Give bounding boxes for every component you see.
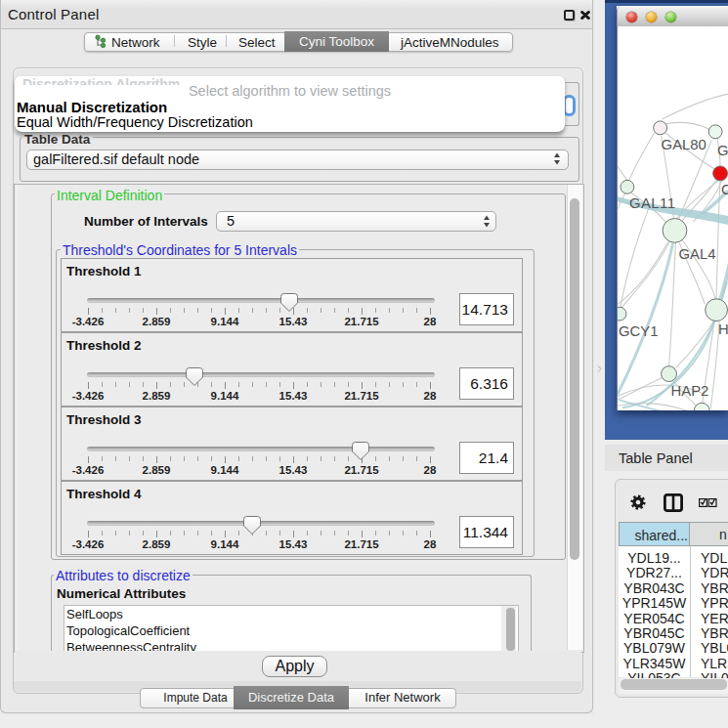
svg-text:H: H bbox=[718, 321, 728, 337]
svg-text:GCY1: GCY1 bbox=[619, 323, 658, 339]
svg-text:GAL4: GAL4 bbox=[678, 246, 715, 262]
svg-text:GA: GA bbox=[717, 143, 728, 158]
svg-text:HAP2: HAP2 bbox=[671, 383, 709, 399]
svg-text:GAL11: GAL11 bbox=[629, 195, 676, 211]
svg-text:C: C bbox=[721, 182, 728, 197]
svg-text:GAL80: GAL80 bbox=[662, 137, 707, 152]
